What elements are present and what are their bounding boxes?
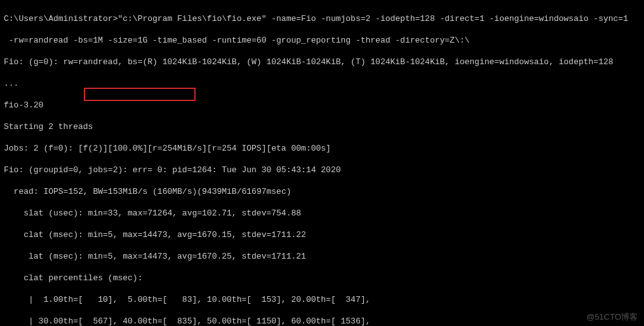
cmd-line-1: C:\Users\Administrator>"c:\Program Files… <box>4 13 640 24</box>
fio-groupid: Fio: (groupid=0, jobs=2): err= 0: pid=12… <box>4 165 640 175</box>
read-summary: read: IOPS=152, BW=153MiB/s (160MB/s)(94… <box>4 186 640 197</box>
read-suffix: (9439MiB/61697msec) <box>197 187 291 196</box>
clat-pct-header: clat percentiles (msec): <box>4 273 640 283</box>
fio-version: fio-3.20 <box>4 100 640 111</box>
ellipsis: ... <box>4 78 640 89</box>
cmd-line-2: -rw=randread -bs=1M -size=1G -time_based… <box>4 35 640 46</box>
slat: slat (usec): min=33, max=71264, avg=102.… <box>4 208 640 219</box>
clat: clat (msec): min=5, max=14473, avg=1670.… <box>4 229 640 240</box>
read-bw-highlighted: BW=153MiB/s (160MB/s) <box>93 187 197 196</box>
jobs-status: Jobs: 2 (f=0): [f(2)][100.0%][r=254MiB/s… <box>4 143 640 154</box>
clat-pct-1: | 1.00th=[ 10], 5.00th=[ 83], 10.00th=[ … <box>4 294 640 305</box>
starting-threads: Starting 2 threads <box>4 121 640 132</box>
terminal-output: C:\Users\Administrator>"c:\Program Files… <box>0 0 644 326</box>
clat-pct-2: | 30.00th=[ 567], 40.00th=[ 835], 50.00t… <box>4 316 640 326</box>
watermark: @51CTO博客 <box>586 311 638 322</box>
lat: lat (msec): min=5, max=14473, avg=1670.2… <box>4 251 640 262</box>
read-prefix: read: IOPS=152, <box>4 187 93 196</box>
fio-header: Fio: (g=0): rw=randread, bs=(R) 1024KiB-… <box>4 57 640 67</box>
